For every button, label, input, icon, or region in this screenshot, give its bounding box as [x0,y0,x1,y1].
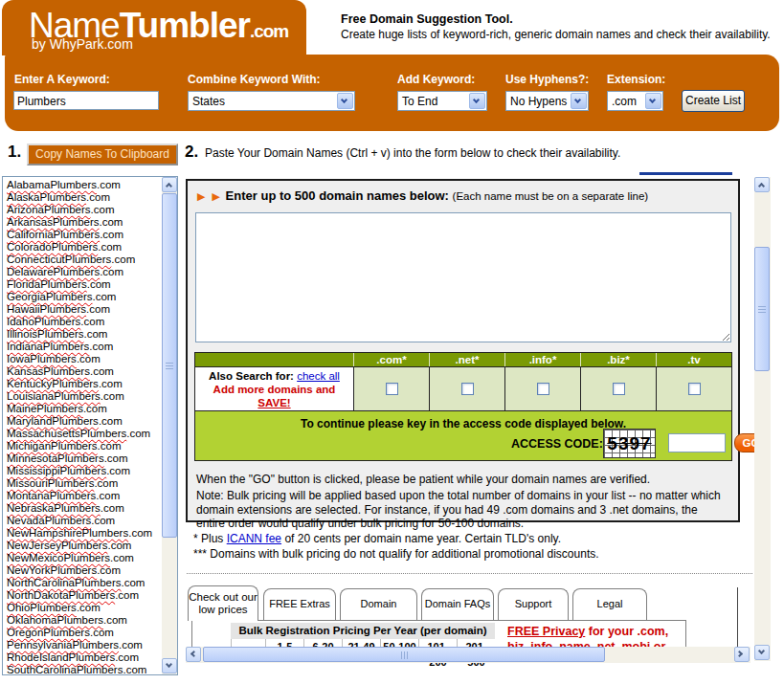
content-right-border [737,587,738,647]
list-item: IllinoisPlumbers.com [7,328,160,341]
scrollbar-grip [401,651,408,659]
list-item: MissouriPlumbers.com [7,477,160,490]
checker-vertical-scrollbar[interactable] [754,177,771,661]
add-keyword-select-value: To End [402,95,437,108]
checker-heading-text: Enter up to 500 domain names below: [226,188,449,203]
extension-checkbox[interactable] [688,383,701,395]
tab-support[interactable]: Support [498,588,569,620]
copy-names-button[interactable]: Copy Names To Clipboard [27,143,178,165]
tab-low-prices[interactable]: Check out our low prices [188,585,258,621]
scrollbar-thumb[interactable] [162,193,177,538]
chevron-right-icon [736,651,743,657]
extension-header: .net* [429,353,504,366]
step1-number: 1. [8,143,21,162]
list-item: MississippiPlumbers.com [7,465,160,477]
extension-cell [429,367,504,410]
logo-tumbler: Tumbler [120,6,250,45]
icann-suffix: of 20 cents per domain name year. Certai… [281,532,561,545]
hyphens-label: Use Hyphens?: [505,73,589,86]
list-item: ColoradoPlumbers.com [7,241,160,254]
scroll-right-button[interactable] [734,647,750,662]
list-item: NevadaPlumbers.com [7,515,160,527]
scroll-left-button[interactable] [186,647,201,662]
extensions-table: .com*.net*.info*.biz*.tv Also Search for… [194,352,732,461]
list-item: IndianaPlumbers.com [7,341,160,353]
scrollbar-thumb[interactable] [754,247,770,371]
generated-domains-textarea[interactable]: AlabamaPlumbers.comAlaskaPlumbers.comAri… [2,176,178,675]
scrollbar-thumb[interactable] [203,647,605,662]
chevron-down-icon [574,97,581,103]
chevron-down-icon [473,97,480,103]
extension-checkbox[interactable] [537,383,549,395]
tab-domain-services[interactable]: Domain Services [340,588,417,620]
add-keyword-select-arrow[interactable] [469,93,485,109]
list-item: NebraskaPlumbers.com [7,502,160,515]
list-item: LouisianaPlumbers.com [7,390,160,403]
extension-select-value: .com [612,95,637,108]
list-item: KentuckyPlumbers.com [7,378,160,390]
scroll-up-button[interactable] [754,177,770,192]
extension-header: .biz* [580,353,656,366]
list-item: ArizonaPlumbers.com [7,204,160,216]
privacy-text-rest: for your .com, [585,625,668,638]
checker-heading: ▶ ▶ Enter up to 500 domain names below: … [197,188,648,203]
add-keyword-select[interactable]: To End [397,91,487,111]
list-item: MarylandPlumbers.com [7,415,160,428]
chevron-left-icon [190,651,197,657]
extension-header: .com* [353,353,429,366]
extension-label: Extension: [607,73,665,86]
extension-checkbox[interactable] [461,383,474,395]
create-list-button[interactable]: Create List [682,90,745,112]
list-item: ConnecticutPlumbers.com [7,254,160,266]
hyphens-select[interactable]: No Hypens [505,91,589,111]
check-all-link[interactable]: check all [297,370,340,382]
extension-select[interactable]: .com [607,91,663,111]
pricing-spacer [203,623,231,639]
extensions-header-row: .com*.net*.info*.biz*.tv [195,353,731,367]
domain-list-scrollbar[interactable] [162,177,178,674]
paste-domains-textarea[interactable] [195,212,731,342]
checker-horizontal-scrollbar[interactable] [186,647,750,663]
scroll-down-button[interactable] [162,658,177,673]
list-item: KansasPlumbers.com [7,365,160,378]
keyword-input[interactable] [13,91,159,110]
save-link[interactable]: SAVE! [195,396,353,409]
extension-cell [353,367,429,410]
domain-list: AlabamaPlumbers.comAlaskaPlumbers.comAri… [7,179,160,675]
extensions-checkbox-row: Also Search for: check all Add more doma… [195,367,731,410]
hyphens-select-arrow[interactable] [571,93,587,109]
extension-checkbox[interactable] [386,383,398,395]
free-privacy-link[interactable]: FREE Privacy [507,625,585,638]
combine-select-value: States [192,95,225,108]
list-item: CaliforniaPlumbers.com [7,229,160,241]
extension-cell [580,367,656,410]
checker-heading-note: (Each name must be on a separate line) [453,190,649,202]
extension-select-arrow[interactable] [645,93,661,109]
list-item: OregonPlumbers.com [7,627,160,639]
also-search-label: Also Search for: [209,370,294,382]
extension-header: .info* [504,353,580,366]
tab-legal[interactable]: Legal [572,588,647,620]
logo-block: NameTumbler.com by WhyPark.com [2,0,306,55]
combine-select[interactable]: States [188,91,355,111]
combine-select-arrow[interactable] [337,93,353,109]
extension-header: .tv [656,353,731,366]
add-keyword-label: Add Keyword: [397,73,475,86]
list-item: MontanaPlumbers.com [7,490,160,502]
list-item: IdahoPlumbers.com [7,316,160,328]
chevron-down-icon [649,97,656,103]
extension-cell [504,367,580,410]
list-item: PennsylvaniaPlumbers.com [7,639,160,651]
extension-checkbox[interactable] [613,383,625,395]
tab-domain-faqs[interactable]: Domain FAQs [421,588,494,620]
scroll-up-button[interactable] [162,177,177,192]
access-code-input[interactable] [668,433,726,452]
bulk-pricing-note: Note: Bulk pricing will be applied based… [196,489,728,531]
captcha-image: 5397 [603,429,656,458]
scroll-down-button[interactable] [754,645,770,660]
keyword-label: Enter A Keyword: [14,73,110,86]
tab-free-extras[interactable]: FREE Extras [263,588,336,620]
list-item: NorthDakotaPlumbers.com [7,589,160,602]
scrollbar-grip [758,306,766,313]
icann-fee-link[interactable]: ICANN fee [227,532,281,545]
